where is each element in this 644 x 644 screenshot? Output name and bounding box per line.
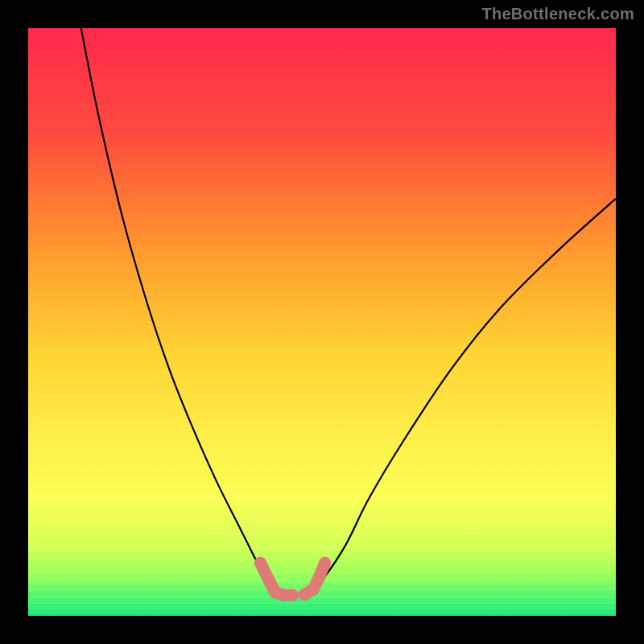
chart-svg <box>28 28 616 616</box>
gradient-background <box>28 28 616 616</box>
watermark-text: TheBottleneck.com <box>481 5 634 23</box>
plot-area <box>28 28 616 616</box>
svg-line-27 <box>319 563 324 577</box>
chart-frame: TheBottleneck.com <box>0 0 644 644</box>
